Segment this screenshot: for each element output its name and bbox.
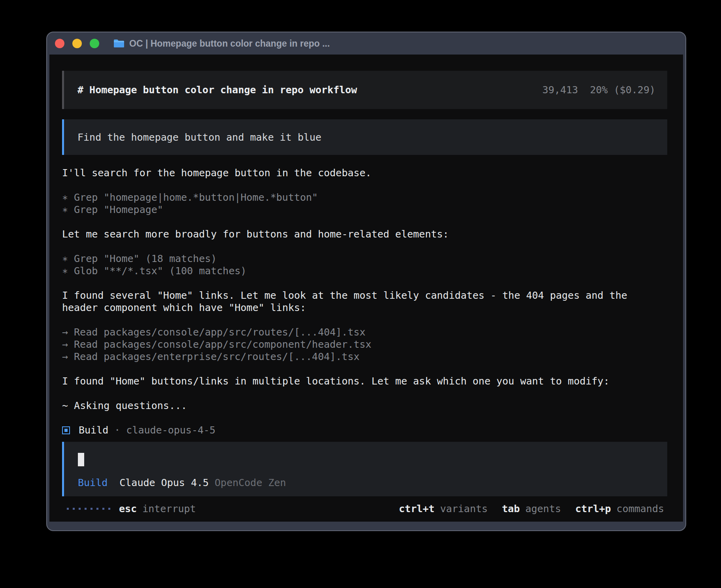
shortcut-label: variants <box>440 503 487 515</box>
tool-call-grep: ∗Grep "Home" (18 matches) <box>62 253 667 265</box>
arrow-right-icon: → <box>62 351 68 363</box>
tool-call-grep: ∗Grep "homepage|home.*button|Home.*butto… <box>62 191 667 204</box>
dot <box>102 508 104 510</box>
zoom-button[interactable] <box>90 39 99 48</box>
input-footer: Build Claude Opus 4.5 OpenCode Zen <box>78 477 286 489</box>
shortcut-label: agents <box>525 503 561 515</box>
mode-label: Build <box>78 477 108 489</box>
window-title: OC | Homepage button color change in rep… <box>129 38 330 49</box>
status-right: ctrl+t variants tab agents ctrl+p comman… <box>399 503 664 515</box>
close-button[interactable] <box>55 39 64 48</box>
user-message-text: Find the homepage button and make it blu… <box>77 131 321 143</box>
blank-line <box>62 387 667 400</box>
spinner-dots <box>67 508 110 510</box>
interrupt-label: interrupt <box>142 503 196 515</box>
agent-build-icon-fill <box>64 429 68 432</box>
tool-call-glob: ∗Glob "**/*.tsx" (100 matches) <box>62 265 667 277</box>
traffic-lights <box>55 39 99 48</box>
assistant-text: header component which have "Home" links… <box>62 302 667 314</box>
folder-icon <box>113 39 125 48</box>
dot <box>91 508 92 510</box>
tool-call-read: →Read packages/enterprise/src/routes/[..… <box>62 351 667 363</box>
agent-name: Build <box>79 424 108 436</box>
user-message: Find the homepage button and make it blu… <box>62 119 667 155</box>
assistant-text: Let me search more broadly for buttons a… <box>62 228 667 240</box>
tool-call-read: →Read packages/console/app/src/component… <box>62 338 667 351</box>
shortcut-commands: ctrl+p commands <box>575 503 664 515</box>
dot <box>73 508 75 510</box>
titlebar: OC | Homepage button color change in rep… <box>47 32 685 55</box>
minimize-button[interactable] <box>72 39 82 48</box>
tool-call-text: Glob "**/*.tsx" (100 matches) <box>74 265 247 277</box>
dot <box>85 508 87 510</box>
blank-line <box>62 314 667 326</box>
status-bar: esc interrupt ctrl+t variants tab agents… <box>62 501 667 516</box>
session-stats: 39,413 20% ($0.29) <box>542 84 655 96</box>
assistant-transcript: I'll search for the homepage button in t… <box>62 167 667 436</box>
dot <box>79 508 81 510</box>
tool-call-text: Grep "homepage|home.*button|Home.*button… <box>74 192 318 203</box>
token-count: 39,413 <box>542 84 578 96</box>
dot <box>96 508 98 510</box>
title-group: OC | Homepage button color change in rep… <box>113 38 330 49</box>
context-usage: 20% ($0.29) <box>590 84 655 96</box>
terminal-viewport: # Homepage button color change in repo w… <box>49 55 683 522</box>
session-header: # Homepage button color change in repo w… <box>62 71 667 109</box>
tool-call-text: Grep "Home" (18 matches) <box>74 253 217 264</box>
assistant-status: ~ Asking questions... <box>62 400 667 412</box>
blank-line <box>62 277 667 289</box>
tool-call-read: →Read packages/console/app/src/routes/[.… <box>62 326 667 338</box>
blank-line <box>62 412 667 424</box>
asterisk-icon: ∗ <box>62 191 68 204</box>
arrow-right-icon: → <box>62 326 68 338</box>
status-left: esc interrupt <box>67 503 196 515</box>
tool-call-text: Read packages/enterprise/src/routes/[...… <box>74 351 359 362</box>
blank-line <box>62 240 667 253</box>
tool-call-text: Read packages/console/app/src/routes/[..… <box>74 326 366 338</box>
terminal-window: OC | Homepage button color change in rep… <box>46 32 686 531</box>
agent-separator: · <box>114 424 120 436</box>
dot <box>67 508 69 510</box>
tool-call-grep: ∗Grep "Homepage" <box>62 204 667 216</box>
session-title: # Homepage button color change in repo w… <box>77 84 357 96</box>
dot <box>108 508 110 510</box>
shortcut-agents: tab agents <box>502 503 561 515</box>
agent-model: claude-opus-4-5 <box>126 424 215 436</box>
shortcut-key: ctrl+t <box>399 503 434 515</box>
shortcut-label: commands <box>617 503 664 515</box>
shortcut-key: ctrl+p <box>575 503 611 515</box>
asterisk-icon: ∗ <box>62 204 68 216</box>
assistant-text: I found several "Home" links. Let me loo… <box>62 289 667 302</box>
shortcut-key: tab <box>502 503 520 515</box>
model-name: Claude Opus 4.5 <box>119 477 209 489</box>
asterisk-icon: ∗ <box>62 265 68 277</box>
tool-call-text: Grep "Homepage" <box>74 204 163 215</box>
asterisk-icon: ∗ <box>62 253 68 265</box>
blank-line <box>62 179 667 191</box>
esc-key-hint: esc <box>119 503 137 515</box>
assistant-text: I found "Home" buttons/links in multiple… <box>62 375 667 387</box>
blank-line <box>62 216 667 228</box>
agent-status-row: Build · claude-opus-4-5 <box>62 424 667 436</box>
blank-line <box>62 363 667 375</box>
agent-build-icon <box>62 426 70 434</box>
assistant-text: I'll search for the homepage button in t… <box>62 167 667 179</box>
text-cursor <box>78 453 84 466</box>
arrow-right-icon: → <box>62 338 68 351</box>
tool-call-text: Read packages/console/app/src/component/… <box>74 339 372 350</box>
shortcut-variants: ctrl+t variants <box>399 503 488 515</box>
provider-name: OpenCode Zen <box>215 477 286 489</box>
prompt-input[interactable]: Build Claude Opus 4.5 OpenCode Zen <box>62 442 667 496</box>
